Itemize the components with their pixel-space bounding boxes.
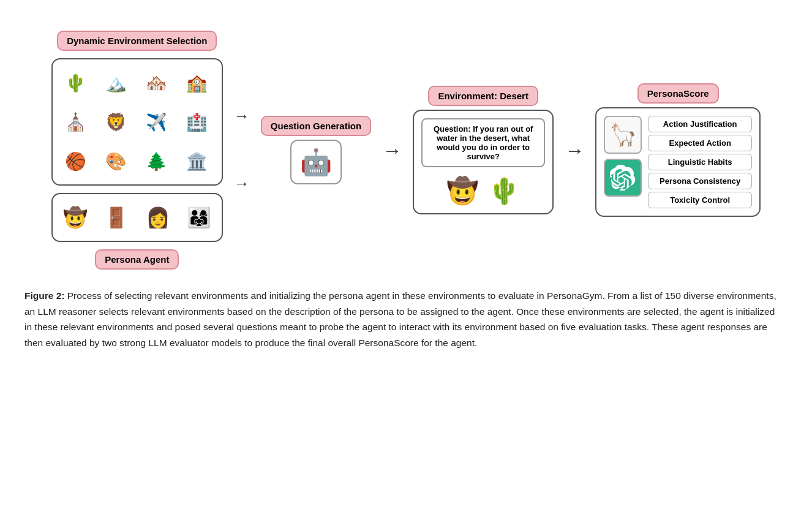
score-outer-box: 🦙 Action Justification Expected Action L… bbox=[595, 107, 761, 217]
cactus-desert-icon: 🌵 bbox=[488, 176, 520, 206]
question-outer-box: Question: If you ran out of water in the… bbox=[413, 110, 554, 214]
env-icon-mountain: 🏔️ bbox=[98, 64, 135, 101]
question-text: Question: If you ran out of water in the… bbox=[421, 118, 545, 167]
env-desert-label: Environment: Desert bbox=[428, 86, 538, 106]
qgen-column: Question Generation 🤖 bbox=[261, 116, 371, 184]
left-to-ai-arrows: → → bbox=[234, 95, 250, 205]
openai-avatar bbox=[604, 159, 642, 197]
score-avatar-col: 🦙 bbox=[604, 116, 642, 197]
persona-icon-woman: 👩 bbox=[140, 199, 176, 236]
score-toxicity-control: Toxicity Control bbox=[648, 192, 752, 208]
persona-icon-family: 👨‍👩‍👧 bbox=[181, 199, 217, 236]
left-column: Dynamic Environment Selection 🌵 🏔️ 🏘️ 🏫 … bbox=[51, 31, 223, 270]
persona-agent-label: Persona Agent bbox=[95, 249, 179, 270]
score-action-justification: Action Justification bbox=[648, 116, 752, 132]
persona-score-column: PersonaScore 🦙 Action Justification Expe… bbox=[595, 83, 761, 217]
question-to-score-arrow: → bbox=[565, 140, 584, 160]
env-question-column: Environment: Desert Question: If you ran… bbox=[413, 86, 554, 214]
persona-icon-cowboy: 🤠 bbox=[58, 199, 93, 236]
caption-text: Process of selecting relevant environmen… bbox=[24, 290, 776, 348]
score-label-list: Action Justification Expected Action Lin… bbox=[648, 116, 752, 208]
environment-grid: 🌵 🏔️ 🏘️ 🏫 ⛪ 🦁 ✈️ 🏥 🏀 🎨 🌲 🏛️ bbox=[58, 64, 217, 179]
score-expected-action: Expected Action bbox=[648, 135, 752, 151]
llama-avatar: 🦙 bbox=[604, 116, 642, 154]
persona-agent-box: 🤠 🚪 👩 👨‍👩‍👧 bbox=[51, 193, 223, 242]
score-linguistic-habits: Linguistic Habits bbox=[648, 154, 752, 170]
openai-svg bbox=[610, 165, 636, 191]
ai-to-question-arrow: → bbox=[382, 140, 402, 160]
env-icon-zoo: 🦁 bbox=[98, 104, 135, 140]
ai-robot-icon: 🤖 bbox=[290, 140, 342, 184]
env-icon-plane: ✈️ bbox=[138, 104, 175, 140]
figure-caption: Figure 2: Process of selecting relevant … bbox=[24, 288, 784, 350]
env-icon-forest: 🌲 bbox=[138, 143, 175, 179]
persona-icon-door: 🚪 bbox=[99, 199, 134, 236]
desert-scene-icons: 🤠 🌵 bbox=[446, 176, 520, 206]
env-icon-basketball: 🏀 bbox=[58, 143, 94, 179]
env-selection-label: Dynamic Environment Selection bbox=[57, 31, 217, 51]
arrow-top: → bbox=[234, 107, 250, 126]
env-icon-school: 🏫 bbox=[179, 64, 216, 101]
env-icon-cactus: 🌵 bbox=[58, 64, 94, 101]
qgen-label: Question Generation bbox=[261, 116, 371, 136]
env-icon-building: 🏛️ bbox=[179, 143, 216, 179]
environment-grid-box: 🌵 🏔️ 🏘️ 🏫 ⛪ 🦁 ✈️ 🏥 🏀 🎨 🌲 🏛️ bbox=[51, 58, 223, 186]
score-persona-consistency: Persona Consistency bbox=[648, 173, 752, 189]
cowboy-icon: 🤠 bbox=[446, 176, 478, 206]
caption-label: Figure 2: bbox=[24, 290, 64, 301]
env-icon-hospital: 🏥 bbox=[179, 104, 216, 140]
arrow-bottom: → bbox=[234, 175, 250, 193]
env-icon-art: 🎨 bbox=[98, 143, 135, 179]
env-icon-village: 🏘️ bbox=[138, 64, 175, 101]
env-icon-church: ⛪ bbox=[58, 104, 94, 140]
persona-score-label: PersonaScore bbox=[637, 83, 719, 104]
